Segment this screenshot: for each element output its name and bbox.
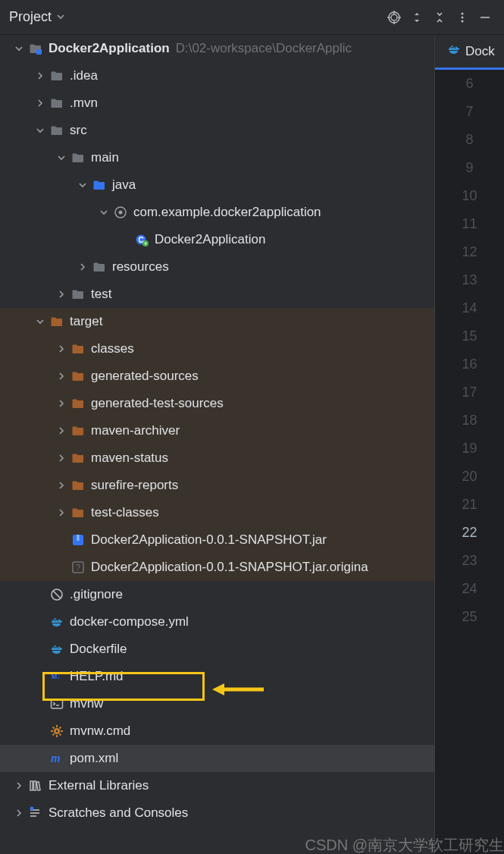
chevron-right-icon[interactable] (32, 95, 49, 111)
line-number[interactable]: 8 (435, 126, 504, 154)
tree-label: mvnw.cmd (70, 724, 130, 739)
chevron-right-icon[interactable] (11, 777, 27, 794)
tree-row-gentestsources[interactable]: generated-test-sources (0, 390, 434, 417)
line-number[interactable]: 24 (435, 575, 504, 603)
line-number[interactable]: 18 (435, 407, 504, 435)
tree-path: D:\02-workspace\DockerApplic (176, 41, 352, 56)
tree-label: Docker2Application-0.0.1-SNAPSHOT.jar.or… (91, 560, 368, 575)
tab-label: Dock (465, 44, 495, 59)
folder-icon (49, 95, 65, 111)
expand-all-icon[interactable] (405, 6, 428, 29)
project-tree[interactable]: Docker2Application D:\02-workspace\Docke… (0, 35, 434, 854)
tree-row-dockerfile[interactable]: Dockerfile (0, 636, 434, 663)
chevron-down-icon[interactable] (53, 149, 70, 166)
tree-row-pom[interactable]: pom.xml (0, 745, 434, 772)
excluded-folder-icon (70, 395, 86, 412)
tree-row-java[interactable]: java (0, 171, 434, 199)
tree-label: classes (91, 341, 134, 356)
tree-label: Dockerfile (70, 642, 127, 657)
editor-tab-dockerfile[interactable]: Dock (435, 35, 504, 70)
tree-row-gitignore[interactable]: .gitignore (0, 581, 434, 608)
chevron-down-icon[interactable] (32, 122, 49, 139)
line-number[interactable]: 9 (435, 154, 504, 182)
tree-row-package[interactable]: com.example.docker2application (0, 199, 434, 226)
tree-label: surefire-reports (91, 478, 178, 493)
line-number[interactable]: 15 (435, 322, 504, 350)
tree-row-mavenstatus[interactable]: maven-status (0, 444, 434, 472)
chevron-right-icon[interactable] (32, 68, 49, 84)
collapse-all-icon[interactable] (428, 6, 451, 29)
line-number[interactable]: 11 (435, 210, 504, 238)
markdown-icon (49, 668, 65, 685)
excluded-folder-icon (70, 422, 86, 439)
line-number[interactable]: 20 (435, 463, 504, 491)
folder-icon (70, 149, 86, 166)
line-number[interactable]: 22 (435, 519, 504, 547)
tree-row-main[interactable]: main (0, 144, 434, 171)
line-number[interactable]: 23 (435, 547, 504, 575)
tree-row-surefire[interactable]: surefire-reports (0, 472, 434, 499)
chevron-down-icon[interactable] (11, 40, 27, 57)
line-number[interactable]: 25 (435, 603, 504, 631)
chevron-right-icon[interactable] (11, 805, 27, 821)
tree-row-target[interactable]: target (0, 308, 434, 335)
line-number[interactable]: 13 (435, 266, 504, 294)
line-number[interactable]: 10 (435, 182, 504, 210)
folder-icon (70, 286, 86, 303)
tree-row-help[interactable]: HELP.md (0, 663, 434, 690)
chevron-right-icon[interactable] (53, 422, 70, 439)
editor-gutter[interactable]: 678910111213141516171819202122232425 (435, 70, 504, 854)
line-number[interactable]: 6 (435, 70, 504, 98)
line-number[interactable]: 14 (435, 294, 504, 322)
line-number[interactable]: 7 (435, 98, 504, 126)
tree-row-idea[interactable]: .idea (0, 62, 434, 89)
tree-row-src[interactable]: src (0, 117, 434, 144)
project-view-chevron-icon[interactable] (56, 11, 65, 24)
chevron-right-icon[interactable] (53, 368, 70, 385)
class-icon (133, 231, 150, 248)
tree-row-gensources[interactable]: generated-sources (0, 363, 434, 390)
tree-row-jarorig[interactable]: Docker2Application-0.0.1-SNAPSHOT.jar.or… (0, 554, 434, 581)
tree-row-app-class[interactable]: Docker2Application (0, 226, 434, 253)
hide-panel-icon[interactable] (474, 6, 496, 29)
chevron-right-icon[interactable] (53, 286, 70, 303)
chevron-right-icon[interactable] (74, 259, 91, 275)
tree-row-testclasses[interactable]: test-classes (0, 499, 434, 526)
tree-label: .gitignore (70, 587, 123, 602)
source-folder-icon (91, 177, 108, 193)
tree-row-scratches[interactable]: Scratches and Consoles (0, 799, 434, 827)
tree-row-resources[interactable]: resources (0, 253, 434, 281)
select-opened-file-icon[interactable] (383, 6, 405, 29)
chevron-right-icon[interactable] (53, 341, 70, 357)
tree-label: generated-sources (91, 369, 199, 384)
tree-label: .idea (70, 68, 98, 83)
chevron-right-icon[interactable] (53, 450, 70, 466)
line-number[interactable]: 16 (435, 350, 504, 378)
chevron-down-icon[interactable] (32, 313, 49, 330)
tree-row-jar[interactable]: Docker2Application-0.0.1-SNAPSHOT.jar (0, 526, 434, 554)
tool-options-icon[interactable] (451, 6, 474, 29)
tree-row-root[interactable]: Docker2Application D:\02-workspace\Docke… (0, 35, 434, 62)
tree-row-mavenarchiver[interactable]: maven-archiver (0, 417, 434, 444)
line-number[interactable]: 17 (435, 378, 504, 407)
project-panel-title[interactable]: Project (8, 9, 52, 25)
tree-label: Scratches and Consoles (49, 805, 188, 821)
tree-row-mvnw[interactable]: mvnw (0, 690, 434, 717)
chevron-down-icon[interactable] (74, 177, 91, 193)
tree-label: target (70, 314, 102, 329)
tree-row-test[interactable]: test (0, 281, 434, 308)
tree-label: test (91, 287, 111, 302)
chevron-right-icon[interactable] (53, 477, 70, 494)
chevron-right-icon[interactable] (53, 395, 70, 412)
line-number[interactable]: 12 (435, 238, 504, 266)
chevron-down-icon[interactable] (95, 204, 112, 221)
excluded-folder-icon (70, 477, 86, 494)
line-number[interactable]: 21 (435, 491, 504, 519)
tree-row-extlib[interactable]: External Libraries (0, 772, 434, 799)
tree-row-mvnwcmd[interactable]: mvnw.cmd (0, 717, 434, 745)
tree-row-classes[interactable]: classes (0, 335, 434, 363)
tree-row-compose[interactable]: docker-compose.yml (0, 608, 434, 636)
line-number[interactable]: 19 (435, 435, 504, 463)
tree-row-mvn[interactable]: .mvn (0, 89, 434, 117)
chevron-right-icon[interactable] (53, 504, 70, 521)
